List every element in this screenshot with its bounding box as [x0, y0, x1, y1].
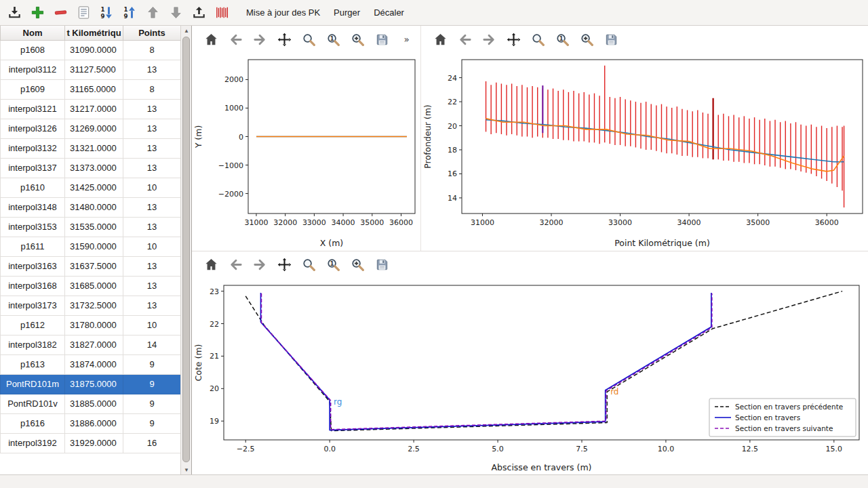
table-row[interactable]: p161031425.000010	[1, 178, 181, 197]
cell-points[interactable]: 9	[123, 413, 181, 433]
back-icon[interactable]	[456, 31, 473, 48]
cell-pk[interactable]: 31886.0000	[65, 413, 123, 433]
zoom-in-icon[interactable]	[578, 31, 595, 48]
toolbar-button-2[interactable]: Purger	[328, 4, 366, 21]
cell-pk[interactable]: 31929.0000	[65, 433, 123, 453]
cell-pk[interactable]: 31685.0000	[65, 276, 123, 296]
column-header-nom[interactable]: Nom	[1, 26, 65, 40]
table-row[interactable]: p161231780.000010	[1, 315, 181, 335]
cell-points[interactable]: 10	[123, 237, 181, 256]
cell-pk[interactable]: 31127.5000	[65, 60, 123, 79]
cell-nom[interactable]: interpol3173	[1, 296, 65, 315]
cell-points[interactable]: 9	[123, 374, 181, 394]
cell-nom[interactable]: p1613	[1, 354, 65, 374]
zoom-rect-icon[interactable]	[300, 31, 317, 48]
add-icon[interactable]	[28, 3, 47, 22]
move-down-icon[interactable]	[167, 3, 185, 22]
save-icon[interactable]	[603, 31, 620, 48]
cell-points[interactable]: 13	[123, 296, 181, 315]
home-icon[interactable]	[203, 31, 220, 48]
zoom-rect-icon[interactable]	[530, 31, 547, 48]
toolbar-button-3[interactable]: Décaler	[368, 4, 410, 21]
pan-icon[interactable]	[276, 31, 293, 48]
cell-nom[interactable]: interpol3126	[1, 119, 65, 138]
cell-nom[interactable]: interpol3121	[1, 99, 65, 119]
cell-nom[interactable]: p1610	[1, 178, 65, 197]
cell-points[interactable]: 8	[123, 40, 181, 60]
table-row[interactable]: interpol316331637.500013	[1, 256, 181, 276]
cell-pk[interactable]: 31732.5000	[65, 296, 123, 315]
cell-points[interactable]: 8	[123, 79, 181, 99]
cell-pk[interactable]: 31874.0000	[65, 354, 123, 374]
cell-pk[interactable]: 31373.0000	[65, 158, 123, 178]
table-scrollbar[interactable]: ▲ ▼	[180, 26, 191, 474]
zoom-in-icon[interactable]	[349, 31, 366, 48]
overflow-icon[interactable]: »	[398, 31, 415, 48]
table-row[interactable]: interpol311231127.500013	[1, 60, 181, 79]
table-row[interactable]: p160931165.00008	[1, 79, 181, 99]
cell-points[interactable]: 13	[123, 217, 181, 237]
cell-pk[interactable]: 31827.0000	[65, 335, 123, 354]
back-icon[interactable]	[227, 31, 244, 48]
zoom-one-icon[interactable]: 1	[325, 31, 342, 48]
forward-icon[interactable]	[252, 256, 269, 273]
cell-nom[interactable]: interpol3148	[1, 197, 65, 217]
sections-icon[interactable]	[213, 3, 231, 22]
table-row[interactable]: interpol314831480.000013	[1, 197, 181, 217]
column-header-points[interactable]: Points	[123, 26, 181, 40]
scrollbar-down-icon[interactable]: ▼	[181, 465, 192, 474]
cell-points[interactable]: 9	[123, 394, 181, 413]
export-icon[interactable]	[190, 3, 208, 22]
cell-pk[interactable]: 31780.0000	[65, 315, 123, 335]
zoom-one-icon[interactable]: 1	[325, 256, 342, 273]
cell-nom[interactable]: interpol3137	[1, 158, 65, 178]
cell-nom[interactable]: interpol3112	[1, 60, 65, 79]
sort-asc-icon[interactable]: 19	[121, 3, 139, 22]
table-row[interactable]: interpol312631269.000013	[1, 119, 181, 138]
zoom-one-icon[interactable]: 1	[554, 31, 571, 48]
cell-nom[interactable]: interpol3182	[1, 335, 65, 354]
cell-pk[interactable]: 31885.0000	[65, 394, 123, 413]
import-icon[interactable]	[5, 3, 24, 22]
save-icon[interactable]	[374, 31, 391, 48]
cell-pk[interactable]: 31875.0000	[65, 374, 123, 394]
table-row[interactable]: PontRD101m31875.00009	[1, 374, 181, 394]
pan-icon[interactable]	[276, 256, 293, 273]
cell-pk[interactable]: 31269.0000	[65, 119, 123, 138]
cell-points[interactable]: 13	[123, 276, 181, 296]
table-row[interactable]: interpol319231929.000016	[1, 433, 181, 453]
table-row[interactable]: interpol312131217.000013	[1, 99, 181, 119]
cell-pk[interactable]: 31321.0000	[65, 138, 123, 158]
table-row[interactable]: interpol313231321.000013	[1, 138, 181, 158]
cell-points[interactable]: 14	[123, 335, 181, 354]
cell-pk[interactable]: 31590.0000	[65, 237, 123, 256]
cell-nom[interactable]: interpol3168	[1, 276, 65, 296]
forward-icon[interactable]	[481, 31, 498, 48]
zoom-in-icon[interactable]	[349, 256, 366, 273]
home-icon[interactable]	[432, 31, 449, 48]
table-row[interactable]: p160831090.00008	[1, 40, 181, 60]
cell-nom[interactable]: PontRD101m	[1, 374, 65, 394]
sort-desc-icon[interactable]: 19	[98, 3, 116, 22]
cell-nom[interactable]: p1609	[1, 79, 65, 99]
cell-nom[interactable]: interpol3132	[1, 138, 65, 158]
save-icon[interactable]	[374, 256, 391, 273]
cell-points[interactable]: 13	[123, 138, 181, 158]
xy-plot-canvas[interactable]: 310003200033000340003500036000−2000−1000…	[193, 53, 419, 249]
cell-points[interactable]: 13	[123, 119, 181, 138]
cell-points[interactable]: 13	[123, 158, 181, 178]
cell-points[interactable]: 13	[123, 197, 181, 217]
scrollbar-up-icon[interactable]: ▲	[181, 26, 192, 35]
cell-nom[interactable]: p1611	[1, 237, 65, 256]
cross-section-plot-canvas[interactable]: −2.50.02.55.07.510.012.515.01920212223Ab…	[193, 277, 865, 474]
cell-nom[interactable]: PontRD101v	[1, 394, 65, 413]
table-row[interactable]: p161331874.00009	[1, 354, 181, 374]
cell-pk[interactable]: 31165.0000	[65, 79, 123, 99]
cell-points[interactable]: 9	[123, 354, 181, 374]
cell-pk[interactable]: 31637.5000	[65, 256, 123, 276]
cell-pk[interactable]: 31480.0000	[65, 197, 123, 217]
table-row[interactable]: p161631886.00009	[1, 413, 181, 433]
cell-nom[interactable]: p1616	[1, 413, 65, 433]
home-icon[interactable]	[203, 256, 220, 273]
back-icon[interactable]	[227, 256, 244, 273]
